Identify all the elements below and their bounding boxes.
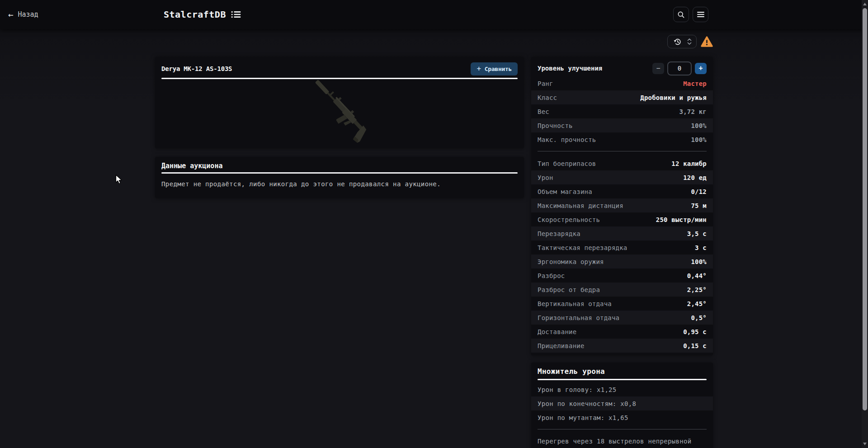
upgrade-level-label: Уровень улучшения (538, 65, 602, 72)
stat-label: Максимальная дистанция (538, 202, 623, 209)
hamburger-icon (697, 11, 704, 18)
select-chevrons-icon (687, 38, 692, 45)
item-history-select[interactable] (667, 35, 697, 48)
stat-label: Перезарядка (538, 230, 580, 237)
stat-row: Ранг Мастер (531, 76, 713, 90)
title-underline (161, 78, 518, 79)
stat-label: Ранг (538, 80, 553, 87)
stat-label: Макс. прочность (538, 136, 596, 143)
stat-label: Скорострельность (538, 216, 600, 223)
stat-label: Прицеливание (538, 342, 585, 349)
stat-label: Объем магазина (538, 188, 592, 195)
stat-value: Дробовики и ружья (640, 94, 707, 101)
multiplier-row: Урон в голову: x1,25 (531, 382, 713, 396)
stat-row: Прочность 100% (531, 118, 713, 132)
back-button[interactable]: ← Назад (8, 0, 38, 29)
menu-button[interactable] (693, 7, 708, 22)
upgrade-level-row: Уровень улучшения − + (531, 60, 713, 76)
stat-row: Разброс от бедра 2,25° (531, 283, 713, 297)
auction-heading: Данные аукциона (161, 162, 518, 170)
stat-row: Объем магазина 0/12 (531, 184, 713, 198)
stat-row: Доставание 0,95 с (531, 325, 713, 339)
multiplier-row: Урон по конечностям: x0,8 (531, 396, 713, 410)
stat-value: 0,15 с (683, 342, 707, 349)
increment-button[interactable]: + (695, 63, 707, 74)
stat-value: 75 м (691, 202, 707, 209)
stat-row: Эргономика оружия 100% (531, 255, 713, 269)
compare-label: Сравнить (485, 66, 512, 72)
stat-value: Мастер (683, 80, 707, 87)
decrement-button[interactable]: − (652, 63, 664, 74)
stat-label: Горизонтальная отдача (538, 314, 619, 321)
stat-value: 3,72 кг (679, 108, 707, 115)
scroll-down-icon[interactable] (863, 443, 867, 445)
multiplier-underline (538, 379, 707, 380)
stat-row: Вес 3,72 кг (531, 104, 713, 118)
auction-underline (161, 172, 518, 174)
stat-label: Тактическая перезарядка (538, 244, 627, 251)
stat-row: Перезарядка 3,5 с (531, 226, 713, 241)
brand[interactable]: StalcraftDB (164, 0, 241, 29)
stat-row: Горизонтальная отдача 0,5° (531, 311, 713, 325)
brand-title: StalcraftDB (164, 9, 226, 20)
stat-row: Разброс 0,44° (531, 269, 713, 283)
stat-value: 120 ед (683, 174, 707, 181)
combat-stats-list: Тип боеприпасов 12 калибр Урон 120 ед Об… (531, 156, 713, 353)
stat-value: 3 с (695, 244, 707, 251)
stat-row: Тактическая перезарядка 3 с (531, 241, 713, 255)
damage-multiplier-heading: Множитель урона (531, 367, 713, 376)
stat-value: 0,5° (691, 314, 707, 321)
list-icon (231, 10, 241, 19)
stat-row: Вертикальная отдача 2,45° (531, 297, 713, 311)
stats-divider (538, 151, 707, 151)
stat-label: Доставание (538, 328, 576, 335)
info-stats-list: Ранг Мастер Класс Дробовики и ружья Вес … (531, 76, 713, 146)
warning-icon[interactable] (701, 36, 713, 47)
damage-multiplier-panel: Множитель урона Урон в голову: x1,25 Уро… (531, 363, 713, 448)
page-scrollbar[interactable] (862, 0, 868, 448)
auction-empty-text: Предмет не продаётся, либо никогда до эт… (161, 180, 518, 188)
stat-value: 100% (691, 122, 707, 129)
multiplier-divider (538, 429, 707, 429)
stat-label: Тип боеприпасов (538, 160, 596, 167)
stat-value: 3,5 с (687, 230, 707, 237)
stat-label: Разброс (538, 272, 565, 279)
scroll-up-icon[interactable] (863, 3, 867, 5)
stats-panel: Уровень улучшения − + Ранг Мастер (531, 57, 713, 355)
multiplier-list: Урон в голову: x1,25 Урон по конечностям… (531, 382, 713, 424)
stat-value: 100% (691, 258, 707, 265)
multiplier-row: Урон по мутантам: x1,65 (531, 410, 713, 424)
stat-label: Вертикальная отдача (538, 300, 612, 307)
stat-label: Прочность (538, 122, 573, 129)
stat-value: 0,44° (687, 272, 707, 279)
stat-value: 250 выстр/мин (656, 216, 707, 223)
header-bar: ← Назад StalcraftDB (0, 0, 868, 29)
stat-row: Прицеливание 0,15 с (531, 339, 713, 353)
back-arrow-icon: ← (8, 10, 13, 19)
stat-row: Класс Дробовики и ружья (531, 90, 713, 104)
stat-row: Тип боеприпасов 12 калибр (531, 156, 713, 170)
stat-row: Урон 120 ед (531, 170, 713, 184)
search-button[interactable] (673, 7, 689, 22)
stat-label: Урон (538, 174, 553, 181)
stat-value: 0/12 (691, 188, 707, 195)
history-icon (673, 38, 682, 46)
stat-row: Скорострельность 250 выстр/мин (531, 212, 713, 226)
scrollbar-thumb[interactable] (863, 8, 867, 410)
back-label: Назад (18, 10, 38, 19)
stat-row: Макс. прочность 100% (531, 132, 713, 146)
stat-row: Максимальная дистанция 75 м (531, 198, 713, 212)
stat-label: Вес (538, 108, 549, 115)
weapon-title: Derya MK-12 AS-103S (161, 65, 232, 72)
stat-value: 2,45° (687, 300, 707, 307)
auction-card: Данные аукциона Предмет не продаётся, ли… (155, 157, 524, 198)
upgrade-level-input[interactable] (667, 61, 692, 75)
upgrade-level-stepper: − + (652, 61, 707, 75)
compare-button[interactable]: + Сравнить (471, 62, 518, 75)
stat-label: Разброс от бедра (538, 286, 600, 293)
stat-value: 2,25° (687, 286, 707, 293)
mouse-cursor (115, 174, 124, 186)
plus-icon: + (476, 64, 481, 73)
stat-value: 100% (691, 136, 707, 143)
stat-label: Класс (538, 94, 557, 101)
